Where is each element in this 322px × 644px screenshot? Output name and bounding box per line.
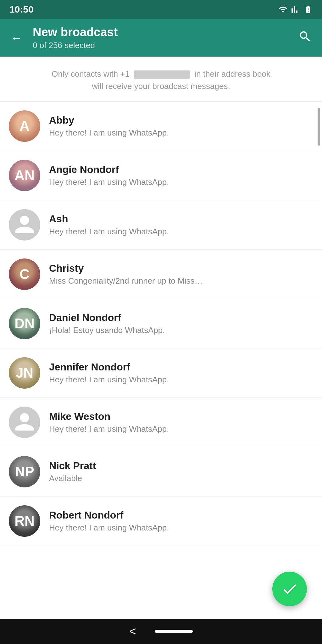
contact-info-daniel-nondorf: Daniel Nondorf ¡Hola! Estoy usando Whats… [49,312,313,335]
avatar-jennifer-nondorf: JN [9,357,40,389]
contact-item-ash[interactable]: Ash Hey there! I am using WhatsApp. [0,200,322,250]
status-bar: 10:50 [0,0,322,19]
contact-info-abby: Abby Hey there! I am using WhatsApp. [49,114,313,138]
contact-status-nick-pratt: Available [49,474,313,483]
wifi-icon [279,5,287,14]
scrollbar[interactable] [318,108,320,146]
avatar-daniel-nondorf: DN [9,308,40,339]
contact-name-ash: Ash [49,213,313,225]
avatar-face-angie-nondorf: AN [9,160,40,191]
battery-icon [304,5,313,14]
contact-status-mike-weston: Hey there! I am using WhatsApp. [49,424,313,434]
contact-list: A Abby Hey there! I am using WhatsApp. A… [0,102,322,546]
status-time: 10:50 [9,4,34,15]
back-button[interactable]: ← [8,28,25,47]
contact-info-ash: Ash Hey there! I am using WhatsApp. [49,213,313,236]
info-text-line1: Only contacts with +1 [52,69,132,79]
contact-status-jennifer-nondorf: Hey there! I am using WhatsApp. [49,375,313,385]
search-button[interactable] [296,27,314,49]
contact-item-christy[interactable]: C Christy Miss Congeniality/2nd runner u… [0,250,322,299]
avatar-face-jennifer-nondorf: JN [9,357,40,389]
nav-home-pill[interactable] [155,630,193,633]
contact-info-angie-nondorf: Angie Nondorf Hey there! I am using What… [49,164,313,187]
contact-status-ash: Hey there! I am using WhatsApp. [49,227,313,236]
contact-status-abby: Hey there! I am using WhatsApp. [49,128,313,138]
avatar-face-nick-pratt: NP [9,456,40,487]
contact-status-daniel-nondorf: ¡Hola! Estoy usando WhatsApp. [49,325,313,335]
contact-item-angie-nondorf[interactable]: AN Angie Nondorf Hey there! I am using W… [0,151,322,200]
avatar-face-christy: C [9,258,40,290]
contact-name-mike-weston: Mike Weston [49,411,313,422]
contact-name-angie-nondorf: Angie Nondorf [49,164,313,175]
contact-item-nick-pratt[interactable]: NP Nick Pratt Available [0,447,322,497]
contact-list-wrapper: A Abby Hey there! I am using WhatsApp. A… [0,102,322,623]
contact-name-abby: Abby [49,114,313,126]
page-title: New broadcast [33,25,288,40]
contact-info-mike-weston: Mike Weston Hey there! I am using WhatsA… [49,411,313,434]
person-icon-ash [14,214,36,236]
avatar-placeholder-mike-weston [9,407,40,438]
avatar-nick-pratt: NP [9,456,40,487]
header-title-block: New broadcast 0 of 256 selected [33,25,288,51]
nav-back-button[interactable]: < [129,625,136,638]
contact-item-jennifer-nondorf[interactable]: JN Jennifer Nondorf Hey there! I am usin… [0,348,322,398]
avatar-christy: C [9,258,40,290]
search-icon [298,30,312,43]
avatar-face-robert-nondorf: RN [9,505,40,537]
contact-item-robert-nondorf[interactable]: RN Robert Nondorf Hey there! I am using … [0,497,322,546]
contact-item-abby[interactable]: A Abby Hey there! I am using WhatsApp. [0,102,322,151]
contact-status-robert-nondorf: Hey there! I am using WhatsApp. [49,523,313,533]
avatar-angie-nondorf: AN [9,160,40,191]
phone-number-blurred [134,70,190,79]
status-icons [279,5,313,14]
contact-status-christy: Miss Congeniality/2nd runner up to Miss… [49,276,313,286]
app-header: ← New broadcast 0 of 256 selected [0,19,322,57]
info-banner: Only contacts with +1 in their address b… [0,57,322,102]
signal-icon [291,5,300,14]
contact-item-mike-weston[interactable]: Mike Weston Hey there! I am using WhatsA… [0,398,322,447]
contact-info-jennifer-nondorf: Jennifer Nondorf Hey there! I am using W… [49,361,313,385]
contact-name-christy: Christy [49,263,313,274]
contact-item-daniel-nondorf[interactable]: DN Daniel Nondorf ¡Hola! Estoy usando Wh… [0,299,322,348]
contact-name-nick-pratt: Nick Pratt [49,460,313,472]
avatar-robert-nondorf: RN [9,505,40,537]
avatar-face-daniel-nondorf: DN [9,308,40,339]
contact-name-daniel-nondorf: Daniel Nondorf [49,312,313,324]
contact-info-robert-nondorf: Robert Nondorf Hey there! I am using Wha… [49,509,313,533]
contact-info-nick-pratt: Nick Pratt Available [49,460,313,483]
confirm-fab[interactable] [272,572,307,606]
person-icon-mike-weston [14,411,36,433]
contact-name-jennifer-nondorf: Jennifer Nondorf [49,361,313,373]
avatar-face-abby: A [9,110,40,142]
contact-info-christy: Christy Miss Congeniality/2nd runner up … [49,263,313,286]
nav-bar: < [0,619,322,644]
avatar-placeholder-ash [9,209,40,241]
checkmark-icon [281,580,298,598]
contact-name-robert-nondorf: Robert Nondorf [49,509,313,521]
contact-status-angie-nondorf: Hey there! I am using WhatsApp. [49,177,313,187]
selection-count: 0 of 256 selected [33,41,288,50]
avatar-abby: A [9,110,40,142]
